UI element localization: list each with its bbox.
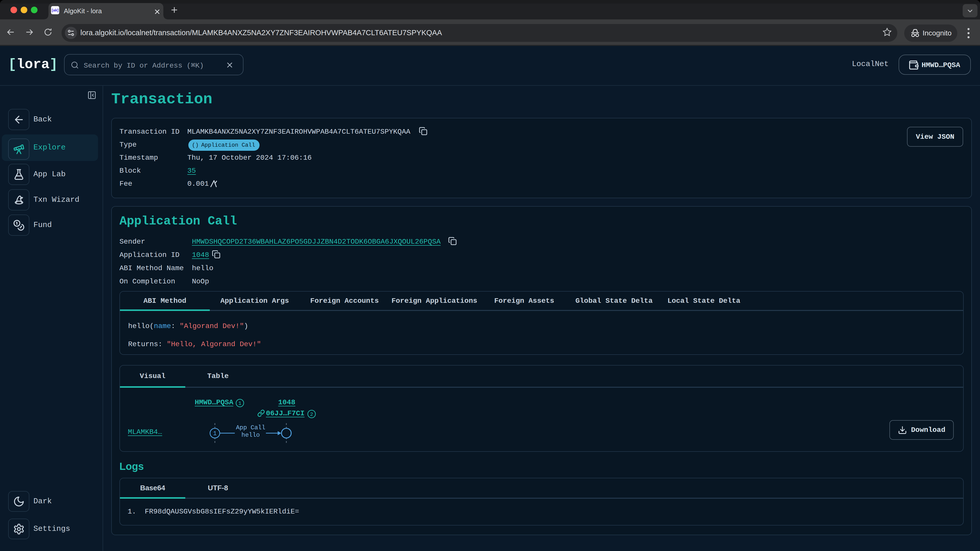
svg-text:2: 2 (310, 411, 313, 417)
svg-text:1: 1 (213, 430, 217, 437)
svg-text:1: 1 (239, 400, 242, 407)
